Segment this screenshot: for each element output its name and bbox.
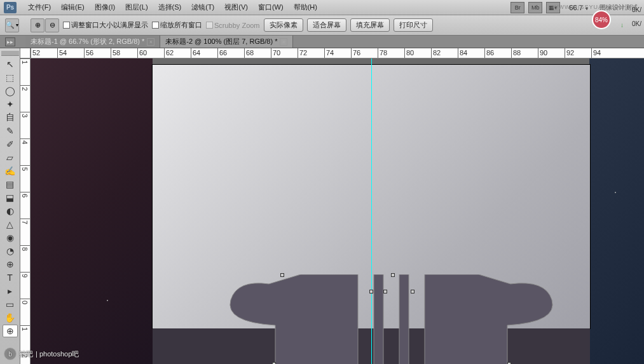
- zoom-out-icon[interactable]: ⊖: [45, 18, 59, 32]
- actual-pixels-button[interactable]: 实际像素: [264, 18, 303, 32]
- close-icon[interactable]: ×: [280, 38, 287, 46]
- vertical-ruler[interactable]: 123456789012: [20, 58, 31, 364]
- pen-tool[interactable]: ◔: [3, 245, 18, 257]
- fit-screen-button[interactable]: 适合屏幕: [307, 18, 346, 32]
- menu-window[interactable]: 窗口(W): [253, 3, 289, 12]
- eraser-tool[interactable]: ⬓: [3, 191, 18, 204]
- print-size-button[interactable]: 打印尺寸: [394, 18, 433, 32]
- baidu-logo-icon: b: [4, 347, 17, 360]
- canvas-area: 5254565860626466687072747678808284868890…: [20, 48, 644, 364]
- zoom-tool[interactable]: ⊕: [3, 325, 18, 337]
- transform-handle[interactable]: [411, 290, 414, 293]
- gradient-tool[interactable]: ◐: [3, 205, 18, 217]
- menu-filter[interactable]: 滤镜(T): [186, 3, 219, 12]
- bridge-icon[interactable]: Br: [510, 2, 524, 13]
- resize-window-checkbox[interactable]: 调整窗口大小以满屏显示: [63, 20, 148, 30]
- blur-tool[interactable]: △: [3, 218, 18, 231]
- magic-wand-tool[interactable]: ✦: [3, 98, 18, 111]
- zoom-mode-group: ⊕ ⊖: [31, 18, 59, 32]
- workspace: ↖ ⬚ ◯ ✦ ⾃ ✎ ✐ ▱ ✍ ▤ ⬓ ◐ △ ◉ ◔ ⊕ T ▸ ▭ ✋ …: [0, 48, 644, 364]
- vector-shape: [224, 274, 555, 364]
- move-tool[interactable]: ↖: [3, 58, 18, 71]
- zoom-tool-preset[interactable]: 🔍▾: [5, 18, 19, 32]
- path-select-tool[interactable]: T: [3, 271, 18, 284]
- stamp-tool[interactable]: ✍: [3, 165, 18, 177]
- document-viewport[interactable]: [31, 58, 644, 364]
- watermark-label: | photoshop吧: [36, 349, 79, 359]
- lasso-tool[interactable]: ◯: [3, 84, 18, 97]
- watermark-bottom-left: b 贴吧 | photoshop吧: [4, 347, 79, 360]
- zoom-all-checkbox[interactable]: 缩放所有窗口: [152, 20, 202, 30]
- 3d-tool[interactable]: ▭: [3, 298, 18, 311]
- type-tool[interactable]: ⊕: [3, 258, 18, 271]
- shape-tool[interactable]: ▸: [3, 285, 18, 297]
- transform-handle[interactable]: [280, 273, 284, 277]
- canvas-bg-left: [31, 58, 153, 364]
- document-tab-1[interactable]: 未标题-1 @ 66.7% (形状 2, RGB/8) * ×: [25, 36, 160, 48]
- close-icon[interactable]: ×: [147, 38, 154, 46]
- menu-view[interactable]: 视图(V): [219, 3, 253, 12]
- menu-file[interactable]: 文件(F): [23, 3, 56, 12]
- transform-handle[interactable]: [391, 273, 395, 277]
- app-logo: Ps: [4, 2, 17, 13]
- marquee-tool[interactable]: ⬚: [3, 71, 18, 84]
- tab-title: 未标题-1 @ 66.7% (形状 2, RGB/8) *: [31, 37, 144, 46]
- fill-screen-button[interactable]: 填充屏幕: [350, 18, 390, 32]
- watermark-url: WWW.MISSYUAN.COM: [552, 4, 625, 10]
- horizontal-ruler[interactable]: 5254565860626466687072747678808284868890…: [31, 48, 644, 58]
- progress-badge: 84%: [592, 10, 611, 29]
- panel-grip[interactable]: [1, 51, 19, 56]
- document-tab-2[interactable]: 未标题-2 @ 100% (图层 7, RGB/8) * ×: [160, 36, 293, 48]
- menu-select[interactable]: 选择(S): [153, 3, 187, 12]
- status-ok-1: 0K/: [632, 6, 641, 13]
- tools-panel: ↖ ⬚ ◯ ✦ ⾃ ✎ ✐ ▱ ✍ ▤ ⬓ ◐ △ ◉ ◔ ⊕ T ▸ ▭ ✋ …: [0, 48, 20, 364]
- tab-title: 未标题-2 @ 100% (图层 7, RGB/8) *: [165, 37, 277, 46]
- menu-bar: Ps 文件(F) 编辑(E) 图像(I) 图层(L) 选择(S) 滤镜(T) 视…: [0, 0, 644, 15]
- crop-tool[interactable]: ⾃: [3, 111, 18, 124]
- menu-layer[interactable]: 图层(L): [120, 3, 153, 12]
- transform-handle[interactable]: [369, 290, 373, 293]
- menu-help[interactable]: 帮助(H): [289, 3, 322, 12]
- menu-image[interactable]: 图像(I): [90, 3, 120, 12]
- healing-tool[interactable]: ✐: [3, 138, 18, 151]
- vertical-guide[interactable]: [371, 58, 372, 364]
- scrubby-zoom-checkbox: Scrubby Zoom: [206, 22, 260, 29]
- status-ok-2: 0K/: [632, 20, 641, 27]
- zoom-in-icon[interactable]: ⊕: [31, 18, 45, 32]
- ruler-origin[interactable]: [20, 48, 31, 58]
- history-brush-tool[interactable]: ▤: [3, 178, 18, 191]
- collapse-panels-icon[interactable]: ▸▸: [5, 37, 15, 46]
- brush-tool[interactable]: ▱: [3, 151, 18, 164]
- transform-handle[interactable]: [383, 290, 387, 293]
- canvas-bg-right: [589, 58, 644, 364]
- download-arrow-icon: ↓: [620, 22, 624, 29]
- eyedropper-tool[interactable]: ✎: [3, 125, 18, 137]
- watermark-brand: 贴吧: [19, 349, 33, 359]
- dodge-tool[interactable]: ◉: [3, 231, 18, 244]
- options-bar: 🔍▾ ⊕ ⊖ 调整窗口大小以满屏显示 缩放所有窗口 Scrubby Zoom 实…: [0, 15, 644, 36]
- menu-edit[interactable]: 编辑(E): [56, 3, 90, 12]
- document-tab-bar: 未标题-1 @ 66.7% (形状 2, RGB/8) * × 未标题-2 @ …: [0, 36, 644, 48]
- minibridge-icon[interactable]: Mb: [528, 2, 542, 13]
- hand-tool[interactable]: ✋: [3, 311, 18, 324]
